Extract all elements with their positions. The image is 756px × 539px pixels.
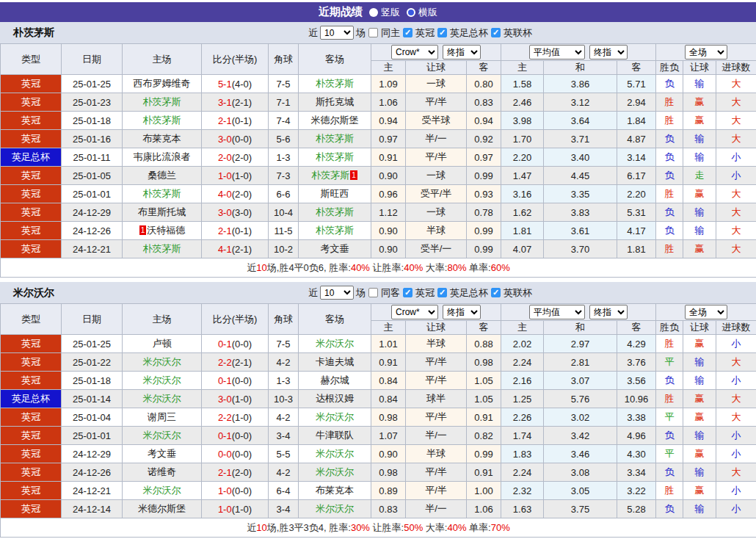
- same-venue-checkbox[interactable]: [368, 28, 378, 37]
- rounds-select[interactable]: 10: [320, 286, 354, 300]
- handicap-result-cell: 赢: [683, 390, 716, 408]
- avg-home-cell: 1.83: [501, 445, 544, 463]
- average-group-header: 平均值 终指: [501, 304, 656, 321]
- corner-cell: 1-3: [269, 148, 299, 167]
- handicap-cell: 受平/半: [406, 185, 467, 203]
- away-team-cell: 朴茨茅斯: [299, 203, 371, 222]
- sub-away: 客: [467, 321, 501, 335]
- score-cell: 3-0(0-0): [202, 130, 269, 148]
- league-checkbox-eflcup[interactable]: ✓: [491, 288, 501, 297]
- result-cell: 平: [656, 445, 683, 463]
- handicap-result-cell: 输: [683, 500, 716, 518]
- avg-draw-cell: 5.76: [544, 390, 617, 408]
- away-odds-cell: 0.88: [467, 335, 501, 353]
- avg-draw-cell: 3.42: [544, 427, 617, 445]
- sub-goals: 进球数: [716, 61, 756, 75]
- league-checkbox-facup[interactable]: ✓: [437, 28, 447, 37]
- date-cell: 24-12-26: [62, 222, 123, 240]
- avg-away-cell: 2.94: [617, 93, 656, 112]
- sub-home: 主: [371, 321, 406, 335]
- avg-stage-select[interactable]: 终指: [589, 305, 628, 319]
- home-odds-cell: 0.90: [371, 240, 406, 258]
- home-team-cell: 韦康比流浪者: [123, 148, 202, 167]
- goals-result-cell: 大: [716, 112, 756, 130]
- date-cell: 24-12-14: [62, 500, 123, 518]
- league-badge-cell: 英冠: [1, 222, 62, 240]
- avg-draw-cell: 3.71: [544, 130, 617, 148]
- home-odds-cell: 0.90: [371, 167, 406, 185]
- sub-handicap-result: 让球: [683, 321, 716, 335]
- avg-stage-select[interactable]: 终指: [589, 45, 628, 59]
- avg-draw-cell: 3.08: [544, 463, 617, 482]
- league-checkbox-championship[interactable]: ✓: [403, 288, 412, 297]
- team-name: 朴茨茅斯: [13, 26, 54, 40]
- result-cell: 负: [656, 427, 683, 445]
- bookmaker-group-header: Crow* 终指: [371, 44, 501, 61]
- avg-draw-cell: 4.45: [544, 167, 617, 185]
- away-odds-cell: 0.99: [467, 222, 501, 240]
- home-odds-cell: 1.09: [371, 75, 406, 93]
- table-row: 英冠24-12-21米尔沃尔1-0(0-0)6-4布莱克本0.89平/半1.00…: [1, 482, 756, 500]
- league-checkbox-facup[interactable]: ✓: [437, 288, 447, 297]
- layout-radio-horizontal[interactable]: 横版: [407, 6, 437, 19]
- score-cell: 1-0(0-0): [202, 482, 269, 500]
- away-odds-cell: 1.05: [467, 390, 501, 408]
- corner-cell: 7-4: [269, 112, 299, 130]
- average-group-header: 平均值 终指: [501, 44, 656, 61]
- bookmaker-select[interactable]: Crow*: [391, 305, 438, 319]
- goals-result-cell: 大: [716, 93, 756, 112]
- date-cell: 25-01-23: [62, 93, 123, 112]
- handicap-cell: 半球: [406, 335, 467, 353]
- avg-home-cell: 2.20: [501, 148, 544, 167]
- scope-group-header: 全场: [656, 44, 756, 61]
- sub-goals: 进球数: [716, 321, 756, 335]
- scope-select[interactable]: 全场: [685, 305, 727, 319]
- away-team-cell: 米德尔斯堡: [299, 112, 371, 130]
- sub-away: 客: [467, 61, 501, 75]
- date-cell: 25-01-04: [62, 408, 123, 427]
- col-corner: 角球: [269, 44, 299, 75]
- avg-away-cell: 5.28: [617, 500, 656, 518]
- home-team-cell: 米尔沃尔: [123, 372, 202, 390]
- check-icon: ✓: [493, 29, 499, 37]
- league-checkbox-eflcup[interactable]: ✓: [491, 28, 501, 37]
- corner-cell: 11-5: [269, 222, 299, 240]
- rounds-select[interactable]: 10: [320, 26, 354, 40]
- average-select[interactable]: 平均值: [529, 305, 585, 319]
- date-cell: 25-01-11: [62, 148, 123, 167]
- average-select[interactable]: 平均值: [529, 45, 585, 59]
- away-team-cell: 朴茨茅斯: [299, 148, 371, 167]
- away-odds-cell: 0.98: [467, 353, 501, 372]
- layout-radio-vertical[interactable]: 竖版: [369, 6, 400, 19]
- league-badge-cell: 英冠: [1, 75, 62, 93]
- away-team-cell: 斯托克城: [299, 93, 371, 112]
- goals-result-cell: 大: [716, 203, 756, 222]
- away-team-cell: 米尔沃尔: [299, 445, 371, 463]
- result-cell: 胜: [656, 390, 683, 408]
- scope-select[interactable]: 全场: [685, 45, 727, 59]
- result-cell: 负: [656, 130, 683, 148]
- handicap-cell: 半/一: [406, 427, 467, 445]
- avg-draw-cell: 3.40: [544, 148, 617, 167]
- odds-stage-select[interactable]: 终指: [443, 45, 481, 59]
- home-odds-cell: 0.90: [371, 445, 406, 463]
- summary-text: 近10场,胜3平3负4, 胜率:30% 让胜率:50% 大率:40% 单率:70…: [1, 518, 756, 538]
- table-row: 英冠25-01-01米尔沃尔0-1(0-0)3-4牛津联队1.07半/一0.82…: [1, 427, 756, 445]
- handicap-cell: 一球: [406, 167, 467, 185]
- away-team-cell: 米尔沃尔: [299, 408, 371, 427]
- avg-home-cell: 2.16: [501, 372, 544, 390]
- bookmaker-select[interactable]: Crow*: [391, 45, 438, 59]
- table-row: 英冠24-12-261沃特福德2-1(0-1)11-5朴茨茅斯0.90半球0.9…: [1, 222, 756, 240]
- away-team-cell: 牛津联队: [299, 427, 371, 445]
- away-team-cell: 朴茨茅斯: [299, 222, 371, 240]
- handicap-cell: 平/半: [406, 372, 467, 390]
- league-badge-cell: 英冠: [1, 372, 62, 390]
- check-icon: ✓: [404, 29, 411, 37]
- check-icon: ✓: [493, 289, 499, 297]
- table-row: 英冠25-01-25卢顿0-1(0-0)7-5米尔沃尔1.01半球0.882.0…: [1, 335, 756, 353]
- avg-draw-cell: 3.35: [544, 185, 617, 203]
- same-venue-checkbox[interactable]: [368, 288, 378, 297]
- league-checkbox-championship[interactable]: ✓: [403, 28, 412, 37]
- col-date: 日期: [62, 44, 123, 75]
- odds-stage-select[interactable]: 终指: [443, 305, 481, 319]
